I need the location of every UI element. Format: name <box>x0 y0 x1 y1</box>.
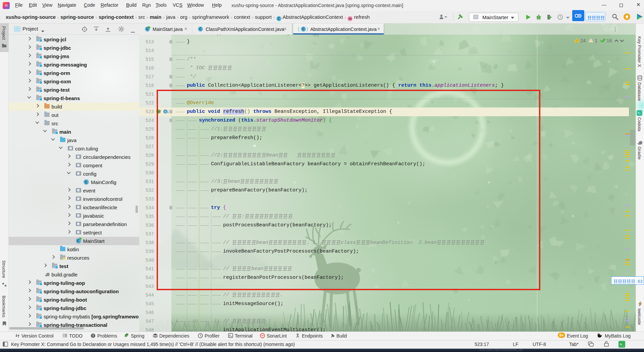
svg-text:!: ! <box>576 39 577 42</box>
